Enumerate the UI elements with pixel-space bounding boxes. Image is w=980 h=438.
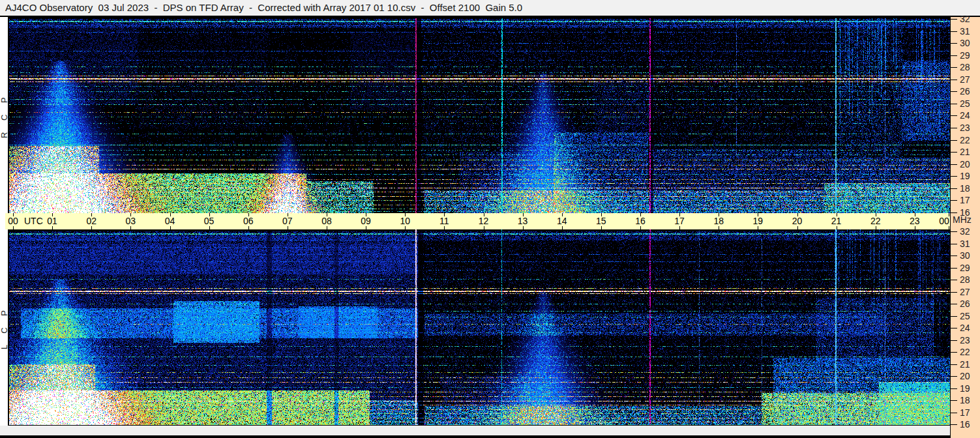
freq-tick-label: 22 bbox=[960, 135, 978, 145]
hour-label: 22 bbox=[870, 216, 881, 227]
freq-tick bbox=[951, 67, 957, 68]
freq-tick-label: 18 bbox=[960, 183, 978, 194]
freq-tick bbox=[951, 212, 957, 213]
hour-label: 01 bbox=[47, 216, 57, 227]
freq-tick bbox=[951, 140, 957, 141]
freq-tick-label: 29 bbox=[960, 263, 978, 273]
freq-tick bbox=[951, 200, 957, 201]
freq-tick-label: 31 bbox=[960, 26, 978, 36]
freq-tick bbox=[951, 328, 957, 328]
freq-tick-label: 30 bbox=[960, 250, 978, 261]
hour-label: 00 bbox=[8, 216, 18, 227]
freq-tick-label: 31 bbox=[960, 239, 978, 249]
freq-tick bbox=[951, 340, 957, 341]
freq-tick-label: 24 bbox=[960, 323, 978, 333]
freq-tick bbox=[951, 413, 957, 413]
freq-tick bbox=[951, 352, 957, 353]
freq-tick-label: 29 bbox=[960, 50, 978, 61]
freq-tick-label: 19 bbox=[960, 171, 978, 181]
freq-tick-label: 16 bbox=[960, 207, 978, 218]
freq-tick-label: 27 bbox=[960, 287, 978, 297]
rcp-polarization-label: R C P bbox=[0, 18, 8, 213]
freq-tick bbox=[951, 280, 957, 280]
hour-label: 20 bbox=[792, 216, 803, 227]
freq-tick bbox=[951, 31, 957, 32]
freq-tick bbox=[951, 164, 957, 165]
hour-label: 06 bbox=[243, 216, 254, 227]
title-bar: AJ4CO Observatory 03 Jul 2023 - DPS on T… bbox=[0, 0, 980, 17]
freq-tick-label: 26 bbox=[960, 86, 978, 96]
freq-tick-label: 17 bbox=[960, 195, 978, 205]
freq-tick bbox=[951, 316, 957, 317]
freq-tick-label: 25 bbox=[960, 98, 978, 109]
freq-tick-label: 30 bbox=[960, 38, 978, 48]
freq-tick bbox=[951, 188, 957, 189]
hour-label: 09 bbox=[361, 216, 371, 227]
freq-tick-label: 23 bbox=[960, 123, 978, 133]
hour-label: 05 bbox=[204, 216, 215, 227]
hour-label: 23 bbox=[910, 216, 920, 227]
freq-tick bbox=[951, 268, 957, 269]
freq-tick-label: 24 bbox=[960, 110, 978, 121]
freq-tick-label: 17 bbox=[960, 407, 978, 418]
hour-label: 19 bbox=[753, 216, 764, 227]
freq-tick bbox=[951, 231, 957, 232]
hour-label: 00 bbox=[939, 216, 949, 227]
title-text: AJ4CO Observatory 03 Jul 2023 - DPS on T… bbox=[0, 2, 522, 13]
freq-tick bbox=[951, 104, 957, 104]
utc-unit-label: UTC bbox=[24, 216, 43, 227]
time-axis: UTC 000102030405060708091011121314151617… bbox=[5, 213, 950, 229]
hour-label: 13 bbox=[518, 216, 528, 227]
freq-tick-label: 21 bbox=[960, 359, 978, 370]
hour-label: 03 bbox=[126, 216, 136, 227]
freq-tick-label: 18 bbox=[960, 395, 978, 405]
freq-tick-label: 16 bbox=[960, 419, 978, 430]
freq-tick-label: 23 bbox=[960, 335, 978, 345]
rcp-spectrogram bbox=[9, 18, 950, 213]
freq-tick-label: 26 bbox=[960, 299, 978, 309]
freq-tick bbox=[951, 128, 957, 128]
hour-label: 08 bbox=[321, 216, 332, 227]
freq-tick bbox=[951, 55, 957, 56]
freq-tick bbox=[951, 176, 957, 177]
freq-tick bbox=[951, 424, 957, 425]
freq-tick bbox=[951, 364, 957, 365]
freq-tick bbox=[951, 244, 957, 244]
freq-tick-label: 28 bbox=[960, 62, 978, 72]
freq-tick bbox=[951, 304, 957, 304]
freq-tick-label: 25 bbox=[960, 311, 978, 321]
freq-tick-label: 19 bbox=[960, 383, 978, 394]
hour-label: 04 bbox=[165, 216, 175, 227]
hour-label: 14 bbox=[557, 216, 567, 227]
freq-tick-label: 20 bbox=[960, 371, 978, 381]
freq-tick bbox=[951, 43, 957, 44]
freq-tick-label: 32 bbox=[960, 14, 978, 24]
hour-label: 12 bbox=[479, 216, 489, 227]
freq-tick bbox=[951, 80, 957, 80]
hour-label: 16 bbox=[635, 216, 646, 227]
hour-label: 07 bbox=[282, 216, 293, 227]
freq-tick-label: 28 bbox=[960, 274, 978, 285]
hour-label: 15 bbox=[596, 216, 606, 227]
hour-label: 18 bbox=[713, 216, 724, 227]
freq-tick bbox=[951, 256, 957, 256]
freq-tick bbox=[951, 388, 957, 389]
freq-tick bbox=[951, 376, 957, 377]
freq-tick-label: 27 bbox=[960, 74, 978, 85]
bottom-chrome-strip bbox=[0, 426, 950, 435]
frequency-axis: MHz 323130292827262524232221201918171632… bbox=[950, 17, 980, 438]
observatory-spectrogram-screen: AJ4CO Observatory 03 Jul 2023 - DPS on T… bbox=[0, 0, 980, 438]
freq-tick bbox=[951, 152, 957, 153]
hour-label: 21 bbox=[831, 216, 842, 227]
hour-label: 02 bbox=[86, 216, 97, 227]
hour-label: 10 bbox=[400, 216, 410, 227]
freq-tick-label: 20 bbox=[960, 159, 978, 169]
hour-label: 17 bbox=[674, 216, 685, 227]
lcp-spectrogram bbox=[9, 229, 950, 425]
freq-tick bbox=[951, 400, 957, 401]
freq-tick bbox=[951, 115, 957, 116]
lcp-polarization-label: L C P bbox=[0, 229, 8, 425]
freq-tick bbox=[951, 19, 957, 20]
hour-label: 11 bbox=[439, 216, 449, 227]
freq-tick-label: 22 bbox=[960, 347, 978, 357]
